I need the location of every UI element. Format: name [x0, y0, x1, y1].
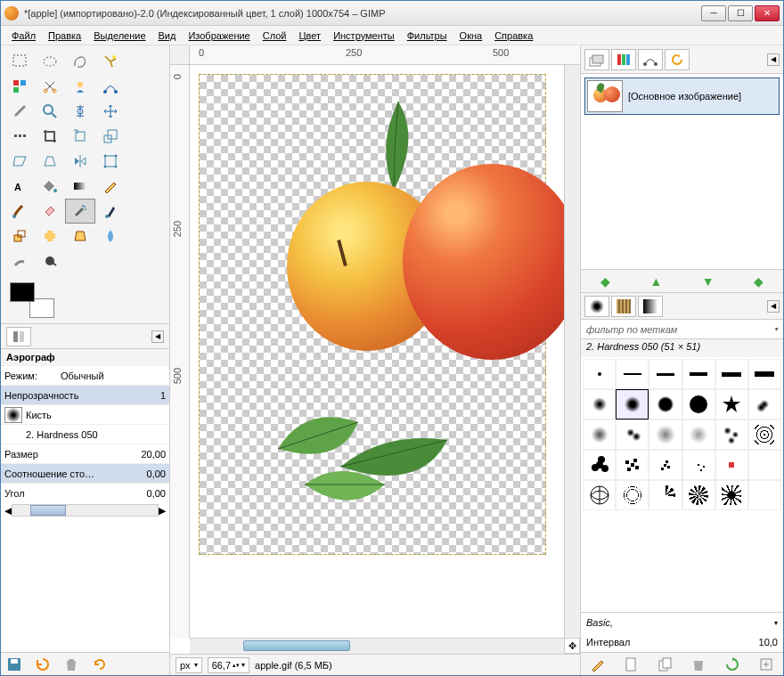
menu-layer[interactable]: Слой — [257, 29, 292, 43]
menu-view[interactable]: Вид — [153, 29, 182, 43]
tool-perspective-clone[interactable] — [65, 224, 95, 248]
layer-up-icon[interactable]: ▲ — [649, 274, 662, 289]
refresh-brush-icon[interactable] — [724, 656, 740, 672]
tab-gradients[interactable] — [638, 296, 663, 317]
menu-edit[interactable]: Правка — [43, 29, 86, 43]
menu-select[interactable]: Выделение — [88, 29, 151, 43]
tool-rect-select[interactable] — [4, 49, 35, 74]
brush-cell[interactable] — [715, 480, 748, 510]
vertical-ruler[interactable]: 0 250 500 — [170, 65, 190, 638]
tool-pencil[interactable] — [95, 174, 126, 199]
brush-cell[interactable] — [616, 359, 649, 389]
delete-preset-icon[interactable] — [63, 656, 79, 672]
brush-cell[interactable] — [583, 419, 616, 450]
menu-help[interactable]: Справка — [489, 29, 538, 43]
collapse-brushes-icon[interactable]: ◀ — [767, 300, 780, 313]
tool-color-select[interactable] — [4, 74, 35, 99]
reset-preset-icon[interactable] — [92, 656, 108, 672]
opacity-row[interactable]: Непрозрачность 1 — [1, 385, 169, 404]
brush-cell[interactable] — [649, 359, 682, 389]
close-button[interactable]: ✕ — [755, 5, 780, 21]
brush-cell[interactable] — [583, 450, 616, 480]
tab-channels[interactable] — [611, 49, 636, 70]
tool-color-picker[interactable] — [4, 99, 35, 124]
tool-scale[interactable] — [95, 124, 126, 149]
tool-scissors[interactable] — [35, 74, 65, 99]
mode-value[interactable]: Обычный — [61, 371, 166, 381]
tool-rotate[interactable] — [65, 124, 95, 149]
menu-windows[interactable]: Окна — [454, 29, 488, 43]
brush-row[interactable]: Кисть — [1, 404, 169, 424]
brush-cell[interactable] — [616, 480, 649, 510]
menu-tools[interactable]: Инструменты — [328, 29, 400, 43]
restore-preset-icon[interactable] — [35, 656, 51, 672]
brush-cell[interactable] — [583, 480, 616, 510]
tool-crop[interactable] — [35, 124, 65, 149]
tab-patterns[interactable] — [611, 296, 636, 317]
tool-dodge[interactable] — [35, 248, 65, 273]
brush-cell[interactable] — [715, 389, 748, 419]
options-scrollbar[interactable]: ◀▶ — [1, 502, 169, 518]
tool-perspective[interactable] — [35, 149, 65, 174]
horizontal-scrollbar[interactable] — [190, 638, 564, 654]
brush-cell[interactable] — [748, 389, 781, 419]
tool-paintbrush[interactable] — [4, 199, 35, 224]
tool-shear[interactable] — [4, 149, 35, 174]
tool-text[interactable]: A — [4, 174, 35, 199]
brush-cell[interactable] — [715, 419, 748, 450]
collapse-right-icon[interactable]: ◀ — [767, 53, 780, 66]
tool-blur[interactable] — [95, 224, 126, 248]
edit-brush-icon[interactable] — [590, 656, 606, 672]
brush-cell[interactable] — [682, 450, 715, 480]
brush-interval-row[interactable]: Интервал 10,0 — [581, 632, 783, 652]
layer-down-icon[interactable]: ▼ — [702, 274, 715, 289]
tool-flip[interactable] — [65, 149, 95, 174]
unit-selector[interactable]: px▾ — [176, 657, 202, 673]
tab-layers[interactable] — [584, 49, 609, 70]
maximize-button[interactable]: ☐ — [728, 5, 753, 21]
tool-heal[interactable] — [35, 224, 65, 248]
zoom-selector[interactable]: 66,7▴▾▾ — [208, 657, 249, 673]
foreground-color-swatch[interactable] — [10, 282, 35, 302]
menu-file[interactable]: Файл — [6, 29, 41, 43]
tool-clone[interactable] — [4, 224, 35, 248]
brush-cell[interactable] — [748, 450, 781, 480]
brush-cell[interactable] — [682, 419, 715, 450]
tab-tool-options[interactable] — [6, 327, 31, 346]
brush-cell[interactable] — [682, 359, 715, 389]
save-preset-icon[interactable] — [6, 656, 22, 672]
menu-filters[interactable]: Фильтры — [402, 29, 453, 43]
brush-cell[interactable] — [583, 389, 616, 419]
open-brush-icon[interactable] — [758, 656, 774, 672]
brush-cell[interactable] — [748, 359, 781, 389]
tool-measure[interactable] — [65, 99, 95, 124]
horizontal-ruler[interactable]: 0 250 500 — [190, 45, 580, 65]
ratio-row[interactable]: Соотношение сто… 0,00 — [1, 463, 169, 483]
brush-preset-row[interactable]: Basic, ▾ — [581, 613, 783, 632]
tool-zoom[interactable] — [35, 99, 65, 124]
tool-blend[interactable] — [65, 174, 95, 199]
brush-cell[interactable] — [682, 480, 715, 510]
tool-eraser[interactable] — [35, 199, 65, 224]
layer-next-icon[interactable]: ◆ — [754, 274, 764, 289]
tool-ellipse-select[interactable] — [35, 49, 65, 74]
navigation-icon[interactable]: ✥ — [564, 638, 580, 654]
brush-cell[interactable] — [583, 359, 616, 389]
tool-smudge[interactable] — [4, 248, 35, 273]
tool-paths[interactable] — [95, 74, 126, 99]
layer-item-base[interactable]: [Основное изображение] — [584, 77, 780, 115]
new-brush-icon[interactable] — [624, 656, 640, 672]
minimize-button[interactable]: ─ — [701, 5, 726, 21]
brush-cell[interactable] — [748, 480, 781, 510]
layer-prev-icon[interactable]: ◆ — [600, 274, 610, 289]
brush-cell[interactable] — [649, 450, 682, 480]
brush-cell[interactable] — [682, 389, 715, 419]
menu-image[interactable]: Изображение — [183, 29, 255, 43]
vertical-scrollbar[interactable] — [564, 65, 580, 638]
angle-row[interactable]: Угол 0,00 — [1, 483, 169, 502]
tool-free-select[interactable] — [65, 49, 95, 74]
brush-cell[interactable] — [748, 419, 781, 450]
brush-cell[interactable] — [649, 389, 682, 419]
size-row[interactable]: Размер 20,00 — [1, 444, 169, 463]
tab-paths[interactable] — [638, 49, 663, 70]
